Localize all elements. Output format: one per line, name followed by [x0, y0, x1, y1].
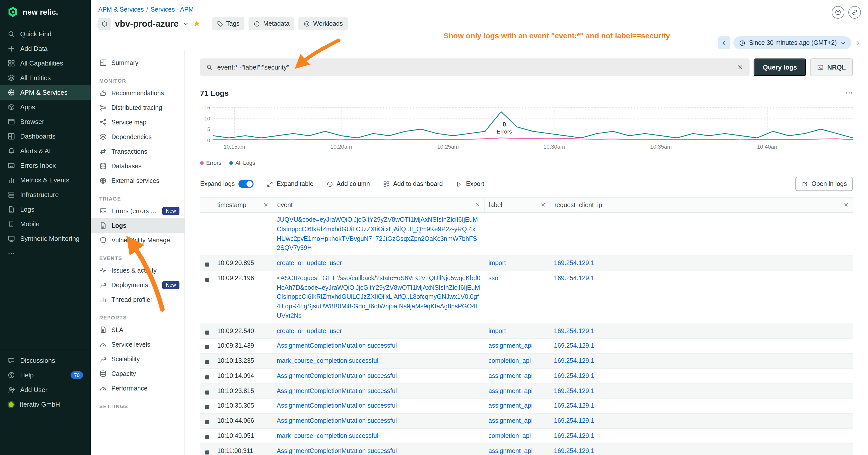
log-row[interactable]: 10:10:14.094AssignmentCompletionMutation… [200, 369, 853, 384]
log-event-link[interactable]: create_or_update_user [277, 260, 342, 266]
log-ip-link[interactable]: 169.254.129.1 [554, 402, 594, 410]
workloads-button[interactable]: Workloads [299, 17, 348, 30]
log-ip-link[interactable]: 169.254.129.1 [554, 327, 594, 334]
add-column-button[interactable]: Add column [327, 181, 370, 188]
open-in-logs-button[interactable]: Open in logs [796, 177, 853, 191]
sidebar-item-quick-find[interactable]: Quick Find [0, 27, 91, 41]
log-label-link[interactable]: assignment_api [489, 447, 532, 454]
log-search-box[interactable] [200, 59, 749, 76]
row-marker-icon[interactable] [205, 278, 209, 282]
log-label-link[interactable]: sso [489, 274, 498, 282]
log-query-input[interactable] [217, 64, 733, 71]
column-header-timestamp[interactable]: timestamp [213, 197, 273, 212]
log-row[interactable]: 10:09:31.439AssignmentCompletionMutation… [200, 339, 853, 354]
log-ip-link[interactable]: 169.254.129.1 [554, 387, 594, 394]
row-marker-icon[interactable] [205, 435, 209, 440]
log-ip-link[interactable]: 169.254.129.1 [554, 447, 594, 454]
entity-nav-item-databases[interactable]: Databases [91, 159, 185, 173]
log-row[interactable]: 10:10:23.815AssignmentCompletionMutation… [200, 384, 853, 399]
entity-dropdown-chevron-icon[interactable] [183, 21, 189, 27]
sidebar-item-metrics-events[interactable]: Metrics & Events [0, 173, 91, 188]
log-label-link[interactable]: completion_api [489, 432, 531, 440]
log-event-link[interactable]: JUQVU&code=eyJraWQiOiJjcGltY29yZV8wOTI1M… [277, 216, 478, 252]
sidebar-item-help[interactable]: Help70 [0, 368, 91, 383]
column-header-request-client-ip[interactable]: request_client_ip [550, 197, 853, 212]
row-marker-icon[interactable] [205, 390, 209, 394]
sidebar-item-mobile[interactable]: Mobile [0, 217, 91, 231]
log-event-link[interactable]: AssignmentCompletionMutation successful [277, 447, 397, 454]
more-options-icon[interactable] [845, 89, 853, 97]
copy-link-button[interactable] [848, 6, 861, 19]
chart-plot-area[interactable]: 0 Errors [213, 104, 853, 141]
entity-nav-item-capacity[interactable]: Capacity [91, 366, 185, 381]
sidebar-item-discussions[interactable]: Discussions [0, 353, 91, 368]
expand-table-button[interactable]: Expand table [267, 181, 313, 188]
entity-nav-item-summary[interactable]: Summary [91, 56, 185, 70]
entity-nav-item-dependencies[interactable]: Dependencies [91, 130, 185, 144]
sidebar-item-synthetic-monitoring[interactable]: Synthetic Monitoring [0, 231, 91, 246]
entity-nav-item-scalability[interactable]: Scalability [91, 352, 185, 366]
log-row[interactable]: 10:10:13.235mark_course_completion succe… [200, 354, 853, 369]
column-header-label[interactable]: label [485, 197, 550, 212]
entity-nav-item-vulnerability-management[interactable]: Vulnerability Management [91, 233, 185, 248]
metadata-button[interactable]: Metadata [248, 17, 294, 30]
row-marker-icon[interactable] [205, 346, 209, 350]
log-label-link[interactable]: import [489, 260, 506, 266]
sidebar-item-apm-services[interactable]: APM & Services [0, 85, 91, 100]
remove-column-label-icon[interactable] [540, 202, 546, 207]
log-event-link[interactable]: <ASGIRequest: GET '/sso/callback/?state=… [277, 274, 480, 320]
log-row[interactable]: 10:09:22.540create_or_update_userimport1… [200, 324, 853, 339]
row-marker-icon[interactable] [205, 420, 209, 424]
log-label-link[interactable]: assignment_api [489, 372, 532, 380]
help-circle-button[interactable] [832, 6, 844, 19]
sidebar-item-apps[interactable]: Apps [0, 100, 91, 115]
toggle-on-icon[interactable] [239, 180, 253, 188]
log-row[interactable]: 10:09:22.196<ASGIRequest: GET '/sso/call… [200, 271, 853, 324]
log-label-link[interactable]: completion_api [489, 357, 531, 364]
legend-item-errors[interactable]: Errors [200, 160, 221, 166]
log-row[interactable]: 10:11:00.311AssignmentCompletionMutation… [200, 444, 853, 455]
sidebar-item-dots[interactable] [0, 246, 91, 260]
log-row[interactable]: 10:10:49.051mark_course_completion succe… [200, 429, 853, 444]
log-ip-link[interactable]: 169.254.129.1 [554, 372, 594, 380]
query-logs-button[interactable]: Query logs [753, 59, 806, 76]
log-event-link[interactable]: AssignmentCompletionMutation successful [277, 343, 397, 350]
new-relic-logo[interactable]: new relic. [0, 0, 91, 22]
nrql-button[interactable]: NRQL [810, 59, 853, 76]
sidebar-item-logs[interactable]: Logs [0, 202, 91, 217]
entity-nav-item-logs[interactable]: Logs [91, 218, 185, 233]
legend-item-all-logs[interactable]: All Logs [229, 160, 255, 166]
entity-nav-item-transactions[interactable]: Transactions [91, 144, 185, 159]
log-event-link[interactable]: AssignmentCompletionMutation successful [277, 372, 397, 380]
sidebar-item-iterativ-gmbh[interactable]: Iterativ GmbH [0, 397, 91, 412]
remove-column-timestamp-icon[interactable] [263, 202, 269, 207]
row-marker-icon[interactable] [205, 262, 209, 266]
log-row[interactable]: 10:09:20.895create_or_update_userimport1… [200, 256, 853, 271]
breadcrumb-link-apm-services[interactable]: APM & Services [98, 6, 144, 13]
log-ip-link[interactable]: 169.254.129.1 [554, 357, 594, 364]
log-event-link[interactable]: mark_course_completion successful [277, 357, 378, 364]
log-row[interactable]: 10:10:44.066AssignmentCompletionMutation… [200, 414, 853, 429]
sidebar-item-errors-inbox[interactable]: Errors Inbox [0, 158, 91, 173]
entity-nav-item-errors-errors-inb[interactable]: Errors (errors inb...New [91, 203, 185, 218]
time-range-picker[interactable]: Since 30 minutes ago (GMT+2) [734, 36, 851, 50]
row-marker-icon[interactable] [205, 405, 209, 410]
sidebar-item-alerts-ai[interactable]: Alerts & AI [0, 143, 91, 158]
entity-nav-item-service-map[interactable]: Service map [91, 115, 185, 130]
log-label-link[interactable]: assignment_api [489, 402, 532, 410]
row-marker-icon[interactable] [205, 376, 209, 380]
sidebar-item-add-user[interactable]: Add User [0, 383, 91, 397]
log-row[interactable]: 10:10:35.305AssignmentCompletionMutation… [200, 399, 853, 414]
log-ip-link[interactable]: 169.254.129.1 [554, 432, 594, 440]
log-label-link[interactable]: assignment_api [489, 343, 532, 350]
time-forward-button[interactable] [855, 39, 861, 46]
log-ip-link[interactable]: 169.254.129.1 [554, 274, 594, 282]
row-marker-icon[interactable] [205, 360, 209, 364]
log-label-link[interactable]: assignment_api [489, 417, 532, 424]
time-back-button[interactable] [718, 36, 731, 50]
log-event-link[interactable]: mark_course_completion successful [277, 432, 378, 440]
entity-nav-item-distributed-tracing[interactable]: Distributed tracing [91, 100, 185, 115]
row-marker-icon[interactable] [205, 330, 209, 334]
log-ip-link[interactable]: 169.254.129.1 [554, 260, 594, 266]
sidebar-item-dashboards[interactable]: Dashboards [0, 129, 91, 143]
